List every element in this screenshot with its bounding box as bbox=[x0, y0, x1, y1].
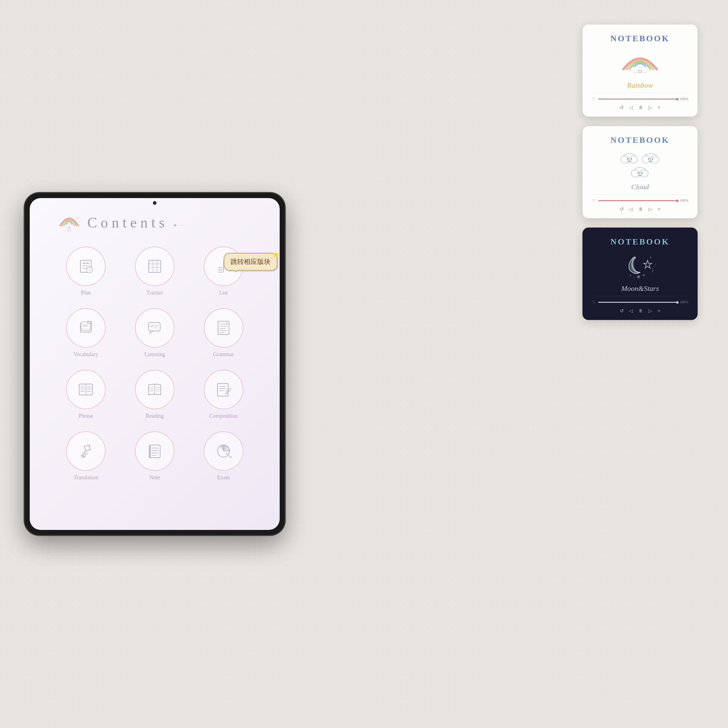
moon-pause-button[interactable]: ⏸ bbox=[638, 308, 643, 314]
svg-point-110 bbox=[627, 158, 629, 160]
progress-fill bbox=[598, 99, 678, 99]
cloud-progress-fill bbox=[598, 200, 678, 201]
reading-button[interactable] bbox=[135, 370, 174, 409]
plan-button[interactable]: ○ × ○ × bbox=[66, 246, 106, 286]
notebook-rainbow[interactable]: NOTEBOOK Rainbow bbox=[583, 24, 698, 117]
svg-point-4 bbox=[70, 226, 71, 228]
progress-label: 100% bbox=[680, 97, 688, 101]
notebook-moon-controls: ♡ 100% ↺ ◁ ⏸ ▷ ≡ bbox=[592, 296, 688, 314]
svg-line-72 bbox=[156, 391, 159, 391]
svg-point-119 bbox=[640, 170, 648, 177]
cloud-menu-button[interactable]: ≡ bbox=[658, 206, 660, 212]
cloud-pause-button[interactable]: ⏸ bbox=[638, 206, 643, 212]
contents-page: ✦ · Contents ✦ · · bbox=[30, 198, 280, 530]
moon-prev-button[interactable]: ◁ bbox=[629, 308, 633, 314]
grid-item-listening[interactable]: Listening bbox=[125, 308, 185, 358]
vocabulary-button[interactable]: A BC bbox=[66, 308, 106, 348]
rainbow-art-icon bbox=[622, 52, 658, 74]
listening-button[interactable] bbox=[135, 308, 174, 348]
notebook-rainbow-subtitle: Rainbow bbox=[592, 81, 688, 89]
svg-point-102 bbox=[638, 70, 639, 71]
contents-title: Contents bbox=[87, 214, 168, 231]
svg-point-116 bbox=[652, 158, 653, 160]
note-label: Note bbox=[149, 474, 160, 481]
tooltip-bubble: ⭐ 跳转相应版块 bbox=[223, 253, 278, 271]
moon-progress-label: 100% bbox=[680, 300, 688, 304]
progress-row: ♡ 100% bbox=[592, 96, 688, 102]
reading-label: Reading bbox=[145, 413, 164, 419]
grid-item-grammar[interactable]: Grammar bbox=[194, 308, 253, 358]
svg-marker-124 bbox=[644, 260, 652, 268]
svg-line-8 bbox=[69, 230, 69, 232]
translation-button[interactable] bbox=[66, 431, 106, 471]
moon-art-icon bbox=[616, 253, 664, 280]
cloud-prev-button[interactable]: ◁ bbox=[629, 206, 633, 212]
notebook-cloud-controls: ♡ 100% ↺ ◁ ⏸ ▷ ≡ bbox=[592, 194, 688, 212]
grid-item-exam[interactable]: ✦ Exam bbox=[194, 431, 253, 481]
grid-item-composition[interactable]: Composition bbox=[194, 370, 253, 419]
tracker-button[interactable]: × × ○ ○ × × × ○ ○ bbox=[135, 246, 174, 286]
grid-item-reading[interactable]: Reading bbox=[125, 370, 185, 419]
moon-menu-button[interactable]: ≡ bbox=[658, 308, 660, 314]
phrase-label: Phrase bbox=[78, 413, 93, 419]
svg-text:○: ○ bbox=[150, 265, 151, 268]
svg-text:×: × bbox=[86, 260, 88, 263]
svg-rect-73 bbox=[217, 384, 228, 396]
svg-text:×: × bbox=[150, 268, 151, 271]
phrase-button[interactable] bbox=[66, 370, 106, 409]
notebook-cloud[interactable]: NOTEBOOK bbox=[583, 126, 698, 219]
svg-line-47 bbox=[150, 326, 151, 327]
svg-line-50 bbox=[156, 324, 158, 327]
notebook-rainbow-artwork bbox=[592, 48, 688, 78]
rainbow-mascot-icon: ✦ · bbox=[57, 213, 81, 231]
grid-item-plan[interactable]: ○ × ○ × Plan bbox=[56, 246, 116, 296]
svg-line-48 bbox=[151, 324, 154, 327]
svg-line-129 bbox=[652, 271, 653, 272]
cloud-next-button[interactable]: ▷ bbox=[648, 206, 652, 212]
moon-next-button[interactable]: ▷ bbox=[648, 308, 652, 314]
cloud-progress-bar[interactable] bbox=[598, 200, 678, 201]
notebook-rainbow-controls: ♡ 100% ↺ ◁ ⏸ ▷ ≡ bbox=[592, 93, 688, 110]
svg-line-97 bbox=[229, 456, 231, 458]
notebook-moon[interactable]: NOTEBOOK M bbox=[583, 228, 698, 320]
svg-point-120 bbox=[638, 172, 639, 174]
note-button[interactable] bbox=[135, 431, 174, 471]
repeat-button[interactable]: ↺ bbox=[620, 105, 624, 110]
grid-item-note[interactable]: Note bbox=[125, 431, 185, 481]
svg-point-111 bbox=[631, 158, 632, 160]
svg-point-121 bbox=[641, 172, 643, 174]
grid-item-list[interactable]: List ⭐ 跳转相应版块 bbox=[194, 246, 253, 296]
note-icon bbox=[145, 442, 164, 460]
grid-item-tracker[interactable]: × × ○ ○ × × × ○ ○ Tracker bbox=[125, 246, 185, 296]
svg-rect-83 bbox=[150, 445, 160, 458]
svg-point-1 bbox=[64, 225, 69, 228]
prev-button[interactable]: ◁ bbox=[629, 105, 633, 110]
pause-button[interactable]: ⏸ bbox=[638, 105, 643, 110]
grid-item-phrase[interactable]: Phrase bbox=[56, 370, 116, 419]
svg-text:· ·: · · bbox=[636, 164, 639, 167]
grammar-button[interactable] bbox=[204, 308, 243, 348]
moon-progress-bar[interactable] bbox=[598, 302, 678, 303]
svg-text:· ·: · · bbox=[642, 164, 644, 167]
svg-point-101 bbox=[641, 67, 648, 73]
cloud-repeat-button[interactable]: ↺ bbox=[620, 206, 624, 212]
svg-line-82 bbox=[90, 446, 92, 447]
moon-repeat-button[interactable]: ↺ bbox=[620, 308, 624, 314]
sparkle-decor: ✦ · · bbox=[173, 222, 184, 229]
cloud-controls-row: ↺ ◁ ⏸ ▷ ≡ bbox=[592, 206, 688, 212]
composition-button[interactable] bbox=[204, 370, 243, 409]
progress-bar[interactable] bbox=[598, 99, 678, 99]
svg-text:×: × bbox=[153, 261, 155, 264]
grid-item-vocabulary[interactable]: A BC Vocabulary bbox=[56, 308, 116, 358]
next-button[interactable]: ▷ bbox=[648, 105, 652, 110]
tooltip-text: 跳转相应版块 bbox=[231, 258, 271, 265]
svg-line-81 bbox=[89, 444, 91, 446]
exam-button[interactable]: ✦ bbox=[204, 431, 243, 471]
svg-point-133 bbox=[655, 265, 656, 265]
svg-point-132 bbox=[650, 257, 651, 258]
translation-label: Translation bbox=[74, 474, 98, 481]
list-label: List bbox=[219, 290, 228, 296]
menu-button[interactable]: ≡ bbox=[658, 105, 660, 110]
grid-item-translation[interactable]: Translation bbox=[56, 431, 116, 481]
notebook-cloud-subtitle: Cloud bbox=[592, 183, 688, 191]
